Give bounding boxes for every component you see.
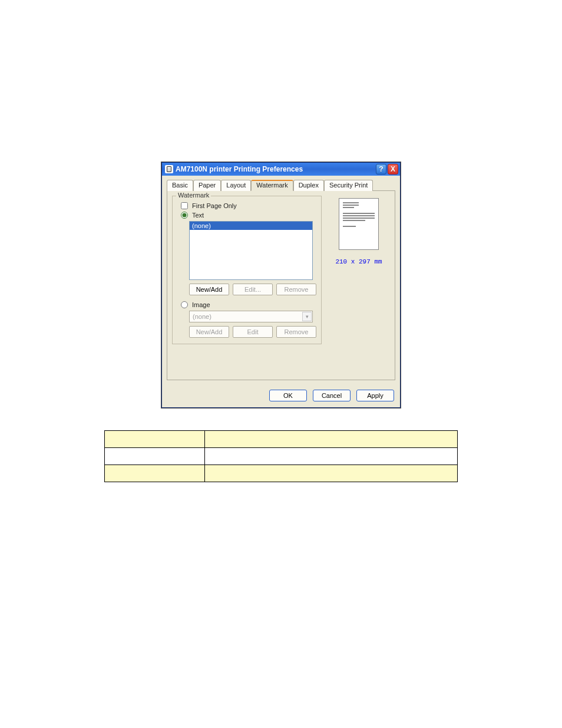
ok-button[interactable]: OK: [269, 390, 307, 401]
window-title: AM7100N printer Printing Preferences: [176, 165, 375, 173]
image-combo[interactable]: (none) ▾: [189, 311, 313, 322]
print-preferences-dialog: AM7100N printer Printing Preferences ? X…: [161, 162, 401, 408]
close-button[interactable]: X: [388, 164, 398, 174]
text-list-selected[interactable]: (none): [190, 222, 312, 230]
table-cell: [205, 448, 458, 465]
text-remove-button[interactable]: Remove: [276, 284, 316, 295]
image-new-add-button[interactable]: New/Add: [189, 326, 229, 338]
group-title: Watermark: [176, 192, 211, 199]
apply-button[interactable]: Apply: [356, 390, 394, 401]
dialog-footer: OK Cancel Apply: [162, 385, 400, 407]
image-combo-value: (none): [193, 313, 211, 320]
tab-basic[interactable]: Basic: [167, 180, 193, 191]
tab-layout[interactable]: Layout: [221, 180, 251, 191]
description-table: [104, 430, 458, 482]
table-cell: [205, 465, 458, 482]
text-edit-button[interactable]: Edit...: [233, 284, 273, 295]
tab-duplex[interactable]: Duplex: [293, 180, 324, 191]
tab-watermark[interactable]: Watermark: [251, 180, 293, 191]
tab-security-print[interactable]: Security Print: [324, 180, 373, 191]
text-new-add-button[interactable]: New/Add: [189, 284, 229, 295]
paper-dimensions: 210 x 297 mm: [328, 258, 390, 265]
watermark-group: Watermark First Page Only Text (none): [172, 196, 322, 344]
help-button[interactable]: ?: [376, 164, 386, 174]
printer-icon: [165, 165, 173, 173]
table-cell: [205, 431, 458, 448]
cancel-button[interactable]: Cancel: [313, 390, 351, 401]
image-radio[interactable]: [181, 301, 188, 308]
chevron-down-icon: ▾: [302, 312, 312, 321]
image-remove-button[interactable]: Remove: [276, 326, 316, 338]
page-preview: [339, 198, 379, 250]
tab-strip: Basic Paper Layout Watermark Duplex Secu…: [167, 179, 395, 191]
first-page-only-label: First Page Only: [192, 202, 237, 209]
image-edit-button[interactable]: Edit: [233, 326, 273, 338]
first-page-only-checkbox[interactable]: [181, 202, 188, 209]
table-cell: [105, 431, 205, 448]
tab-panel-watermark: Watermark First Page Only Text (none): [167, 190, 395, 380]
image-radio-label: Image: [192, 301, 210, 308]
table-cell: [105, 448, 205, 465]
text-radio[interactable]: [181, 212, 188, 219]
titlebar[interactable]: AM7100N printer Printing Preferences ? X: [162, 163, 400, 176]
table-cell: [105, 465, 205, 482]
tab-paper[interactable]: Paper: [193, 180, 221, 191]
text-radio-label: Text: [192, 212, 204, 219]
text-listbox[interactable]: (none): [189, 221, 313, 280]
